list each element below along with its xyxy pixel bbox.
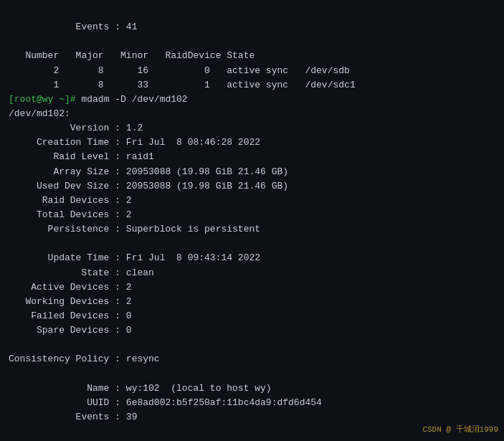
state-line: State : clean [9,267,154,278]
persistence-line: Persistence : Superblock is persistent [9,224,260,234]
table-row-2: 1 8 33 1 active sync /dev/sdc1 [9,80,356,90]
events-line: Events : 41 [9,22,137,32]
raid-devices-line: Raid Devices : 2 [9,195,132,206]
name-line: Name : wy:102 (local to host wy) [9,383,272,394]
total-devices-line: Total Devices : 2 [9,209,132,220]
update-time-line: Update Time : Fri Jul 8 09:43:14 2022 [9,252,260,263]
uuid-line: UUID : 6e8ad002:b5f250af:11bc4da9:dfd6d4… [9,397,322,408]
events-line-2: Events : 39 [9,412,137,422]
terminal-output: Events : 41 Number Major Minor RaidDevic… [9,6,495,441]
version-line: Version : 1.2 [9,123,143,133]
creation-time-line: Creation Time : Fri Jul 8 08:46:28 2022 [9,137,260,148]
active-devices-line: Active Devices : 2 [9,282,132,293]
command-line: [root@wy ~]# mdadm -D /dev/md102 [9,94,188,105]
failed-devices-line: Failed Devices : 0 [9,310,132,321]
consistency-policy-line: Consistency Policy : resync [9,354,160,364]
used-dev-size-line: Used Dev Size : 20953088 (19.98 GiB 21.4… [9,181,288,191]
array-size-line: Array Size : 20953088 (19.98 GiB 21.46 G… [9,166,288,177]
table-header-1: Number Major Minor RaidDevice State [9,50,255,61]
spare-devices-line: Spare Devices : 0 [9,325,132,336]
raid-level-line: Raid Level : raid1 [9,151,154,162]
device-section: /dev/md102: [9,108,70,119]
watermark: CSDN @ 千城泪1999 [422,424,498,436]
table-row-1: 2 8 16 0 active sync /dev/sdb [9,65,350,76]
working-devices-line: Working Devices : 2 [9,296,132,307]
